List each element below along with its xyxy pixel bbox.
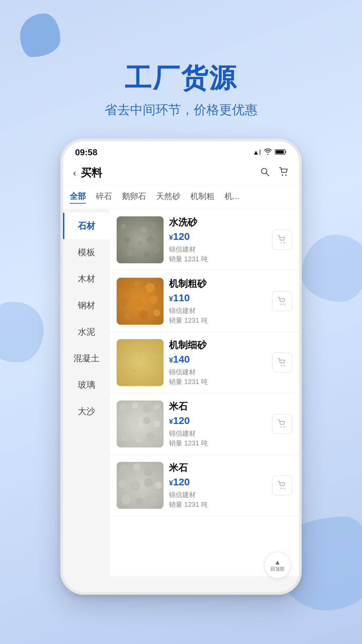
svg-point-46 (153, 370, 155, 372)
svg-point-30 (284, 304, 285, 305)
svg-point-36 (146, 342, 147, 344)
sidebar-item-stone[interactable]: 石材 (63, 213, 110, 239)
svg-point-56 (154, 404, 160, 410)
tab-machine-coarse[interactable]: 机制粗 (190, 191, 215, 204)
svg-point-4 (282, 174, 283, 176)
product-info-5: 米石 ¥120 锦信建材 销量 1231 吨 (169, 462, 267, 509)
svg-point-26 (125, 313, 132, 320)
svg-point-15 (144, 252, 149, 258)
svg-point-65 (284, 426, 285, 428)
nav-bar: ‹ 买料 (63, 161, 299, 185)
svg-point-75 (135, 497, 143, 505)
product-image-2 (117, 278, 164, 325)
svg-point-18 (284, 242, 285, 244)
sidebar-item-wood[interactable]: 木材 (63, 266, 110, 292)
sub-title: 省去中间环节，价格更优惠 (0, 101, 362, 118)
add-to-cart-2[interactable] (272, 291, 292, 311)
add-to-cart-5[interactable] (272, 475, 292, 495)
svg-point-59 (143, 417, 150, 424)
svg-point-13 (146, 236, 154, 244)
sidebar-item-sand[interactable]: 大沙 (63, 398, 110, 425)
svg-point-57 (118, 417, 125, 424)
svg-point-61 (121, 433, 129, 441)
svg-point-50 (281, 365, 282, 366)
nav-right (259, 166, 289, 180)
svg-point-42 (159, 356, 161, 358)
sidebar-item-template[interactable]: 模板 (63, 239, 110, 266)
product-seller-4: 锦信建材 (169, 429, 267, 438)
svg-point-68 (133, 463, 140, 471)
svg-rect-1 (276, 150, 284, 154)
svg-point-38 (119, 355, 121, 357)
status-time: 09:58 (75, 147, 98, 158)
product-item[interactable]: 机制细砂 ¥140 锦信建材 销量 1231 吨 (110, 332, 299, 393)
tab-natural-sand[interactable]: 天然砂 (156, 191, 180, 204)
product-sales-3: 销量 1231 吨 (169, 377, 267, 386)
svg-point-23 (119, 297, 128, 306)
nav-left: ‹ 买料 (73, 166, 102, 180)
product-price-5: ¥120 (169, 476, 267, 488)
product-price-4: ¥120 (169, 415, 267, 426)
product-name-1: 水洗砂 (169, 216, 267, 229)
svg-point-53 (120, 404, 127, 411)
svg-point-21 (133, 281, 140, 288)
sidebar-item-glass[interactable]: 玻璃 (63, 372, 110, 398)
back-to-top-button[interactable]: ▲ 回顶部 (264, 552, 291, 579)
svg-point-16 (154, 247, 160, 253)
add-to-cart-3[interactable] (272, 353, 292, 373)
svg-line-3 (266, 173, 269, 176)
product-info-2: 机制粗砂 ¥110 锦信建材 销量 1231 吨 (169, 277, 267, 325)
tab-pebble[interactable]: 鹅卵石 (122, 191, 146, 204)
svg-point-40 (139, 354, 141, 356)
svg-point-74 (121, 495, 131, 504)
battery-icon (275, 149, 287, 157)
svg-point-27 (139, 310, 148, 319)
svg-point-24 (133, 298, 143, 308)
cart-button[interactable] (278, 166, 289, 180)
add-to-cart-4[interactable] (272, 414, 292, 434)
svg-point-12 (137, 240, 143, 246)
product-list: 水洗砂 ¥120 锦信建材 销量 1231 吨 (110, 209, 299, 576)
product-name-2: 机制粗砂 (169, 277, 267, 290)
svg-point-14 (127, 250, 133, 256)
search-button[interactable] (259, 166, 270, 180)
product-item[interactable]: 机制粗砂 ¥110 锦信建材 销量 1231 吨 (110, 271, 299, 332)
add-to-cart-1[interactable] (272, 230, 292, 250)
svg-point-9 (140, 227, 146, 233)
svg-point-47 (124, 378, 126, 380)
svg-point-49 (149, 378, 151, 380)
svg-point-55 (143, 405, 151, 413)
tab-all[interactable]: 全部 (70, 191, 86, 204)
svg-point-41 (149, 359, 151, 360)
product-info-4: 米石 ¥120 锦信建材 销量 1231 吨 (169, 400, 267, 448)
svg-point-73 (155, 482, 162, 489)
svg-point-45 (143, 367, 144, 368)
svg-point-22 (145, 283, 155, 292)
product-seller-1: 锦信建材 (169, 245, 267, 254)
svg-point-60 (154, 421, 160, 427)
sidebar-item-steel[interactable]: 钢材 (63, 292, 110, 319)
product-item[interactable]: 水洗砂 ¥120 锦信建材 销量 1231 吨 (110, 209, 299, 271)
product-sales-1: 销量 1231 吨 (169, 255, 267, 264)
svg-point-64 (281, 426, 282, 428)
svg-point-70 (119, 480, 127, 488)
tab-gravel[interactable]: 碎石 (96, 191, 112, 204)
category-tabs: 全部 碎石 鹅卵石 天然砂 机制粗 机... (63, 185, 299, 209)
svg-point-72 (144, 478, 153, 487)
product-name-3: 机制细砂 (169, 339, 267, 352)
svg-point-5 (285, 174, 287, 176)
product-info-1: 水洗砂 ¥120 锦信建材 销量 1231 吨 (169, 216, 267, 264)
status-icons: ▲l (253, 149, 287, 157)
svg-point-78 (284, 488, 285, 489)
sidebar-item-cement[interactable]: 水泥 (63, 319, 110, 345)
product-seller-3: 锦信建材 (169, 368, 267, 377)
svg-point-34 (128, 342, 129, 343)
product-item[interactable]: 米石 ¥120 锦信建材 销量 1231 吨 (110, 455, 299, 516)
sidebar-item-concrete[interactable]: 混凝土 (63, 345, 110, 372)
svg-point-33 (121, 343, 123, 345)
product-item[interactable]: 米石 ¥120 锦信建材 销量 1231 吨 (110, 393, 299, 455)
product-name-5: 米石 (169, 462, 267, 474)
svg-point-48 (138, 380, 139, 382)
back-button[interactable]: ‹ (73, 168, 76, 178)
tab-more[interactable]: 机... (225, 191, 239, 204)
